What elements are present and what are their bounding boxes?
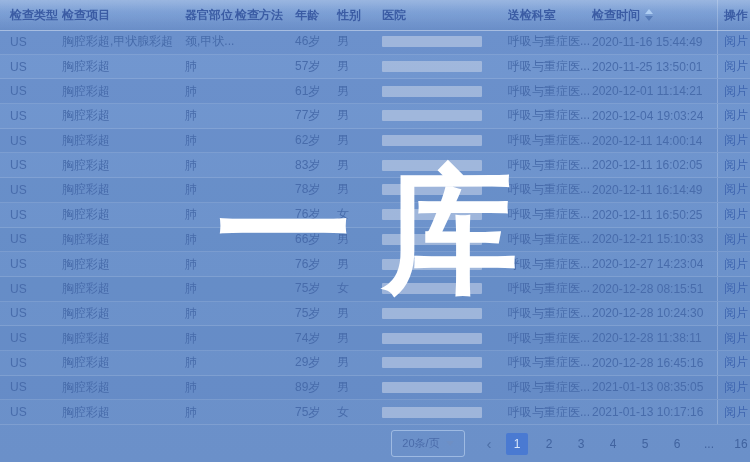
page-size-select[interactable]: 20条/页 [391,430,465,457]
column-header-time[interactable]: 检查时间 [592,0,717,30]
cell-hospital [382,252,508,276]
cell-text: 呼吸与重症医... [508,206,590,223]
cell-text: 2021-01-13 08:35:05 [592,380,703,394]
cell-age: 83岁 [293,153,335,177]
table-row: US胸腔彩超肺77岁男呼吸与重症医...2020-12-04 19:03:24阅… [0,104,750,129]
cell-text: 男 [337,354,349,371]
column-label: 检查类型 [10,7,58,24]
view-film-link[interactable]: 阅片 [724,181,748,198]
redacted-hospital-text [382,110,482,121]
cell-text: 呼吸与重症医... [508,354,590,371]
view-film-link[interactable]: 阅片 [724,157,748,174]
page-button-6[interactable]: 6 [666,433,688,455]
table-row: US胸腔彩超肺76岁男呼吸与重症医...2020-12-27 14:23:04阅… [0,252,750,277]
page-button-16[interactable]: 16 [730,433,750,455]
cell-method [235,351,293,375]
cell-text: 2020-12-11 16:02:05 [592,158,703,172]
page-button-3[interactable]: 3 [570,433,592,455]
cell-text: 2020-12-21 15:10:33 [592,232,703,246]
redacted-hospital-text [382,36,482,47]
cell-gender: 男 [335,104,382,128]
redacted-hospital-text [382,308,482,319]
view-film-link[interactable]: 阅片 [724,256,748,273]
view-film-link[interactable]: 阅片 [724,58,748,75]
cell-time: 2020-12-28 16:45:16 [592,351,717,375]
cell-dept: 呼吸与重症医... [508,376,592,400]
cell-organ: 肺 [185,277,235,301]
cell-text: 肺 [185,256,197,273]
cell-gender: 男 [335,153,382,177]
view-film-link[interactable]: 阅片 [724,206,748,223]
cell-text: US [10,183,27,197]
cell-time: 2020-12-28 10:24:30 [592,302,717,326]
sort-caret-icon[interactable] [645,9,653,21]
cell-dept: 呼吸与重症医... [508,153,592,177]
view-film-link[interactable]: 阅片 [724,330,748,347]
page-button-2[interactable]: 2 [538,433,560,455]
cell-text: 肺 [185,280,197,297]
cell-text: 61岁 [295,83,320,100]
view-film-link[interactable]: 阅片 [724,305,748,322]
cell-text: 胸腔彩超 [62,354,110,371]
cell-item: 胸腔彩超 [62,376,185,400]
cell-text: 2020-12-27 14:23:04 [592,257,703,271]
cell-dept: 呼吸与重症医... [508,351,592,375]
cell-text: 男 [337,58,349,75]
table-row: US胸腔彩超肺75岁女呼吸与重症医...2021-01-13 10:17:16阅… [0,400,750,425]
view-film-link[interactable]: 阅片 [724,83,748,100]
view-film-link[interactable]: 阅片 [724,404,748,421]
cell-type: US [0,277,62,301]
cell-organ: 肺 [185,252,235,276]
cell-text: 肺 [185,181,197,198]
redacted-hospital-text [382,234,482,245]
column-header-age: 年龄 [293,0,335,30]
redacted-hospital-text [382,184,482,195]
cell-hospital [382,400,508,424]
cell-action: 阅片 [717,104,750,128]
page-button-5[interactable]: 5 [634,433,656,455]
cell-time: 2020-12-11 16:14:49 [592,178,717,202]
cell-gender: 男 [335,376,382,400]
cell-method [235,79,293,103]
cell-age: 77岁 [293,104,335,128]
view-film-link[interactable]: 阅片 [724,231,748,248]
cell-item: 胸腔彩超 [62,228,185,252]
page-size-value: 20条/页 [402,436,439,451]
cell-text: US [10,232,27,246]
cell-type: US [0,104,62,128]
page-ellipsis[interactable]: ... [698,433,720,455]
cell-text: 75岁 [295,305,320,322]
redacted-hospital-text [382,135,482,146]
view-film-link[interactable]: 阅片 [724,33,748,50]
cell-type: US [0,79,62,103]
view-film-link[interactable]: 阅片 [724,107,748,124]
column-label: 检查方法 [235,7,283,24]
redacted-hospital-text [382,160,482,171]
cell-text: 胸腔彩超 [62,379,110,396]
cell-text: 83岁 [295,157,320,174]
cell-time: 2020-12-28 11:38:11 [592,326,717,350]
cell-text: 77岁 [295,107,320,124]
cell-gender: 女 [335,203,382,227]
cell-text: 男 [337,330,349,347]
view-film-link[interactable]: 阅片 [724,379,748,396]
cell-gender: 男 [335,351,382,375]
view-film-link[interactable]: 阅片 [724,132,748,149]
cell-text: 胸腔彩超 [62,280,110,297]
cell-action: 阅片 [717,79,750,103]
cell-text: 胸腔彩超 [62,107,110,124]
cell-time: 2020-12-04 19:03:24 [592,104,717,128]
cell-item: 胸腔彩超 [62,79,185,103]
column-header-method: 检查方法 [235,0,293,30]
chevron-down-icon [446,441,454,446]
view-film-link[interactable]: 阅片 [724,280,748,297]
prev-page-button[interactable]: ‹ [479,435,499,452]
view-film-link[interactable]: 阅片 [724,354,748,371]
page-button-4[interactable]: 4 [602,433,624,455]
cell-text: 呼吸与重症医... [508,256,590,273]
cell-type: US [0,178,62,202]
table-body: US胸腔彩超,甲状腺彩超颈,甲状...46岁男呼吸与重症医...2020-11-… [0,30,750,425]
cell-gender: 女 [335,400,382,424]
cell-text: 胸腔彩超 [62,181,110,198]
page-button-1[interactable]: 1 [506,433,528,455]
